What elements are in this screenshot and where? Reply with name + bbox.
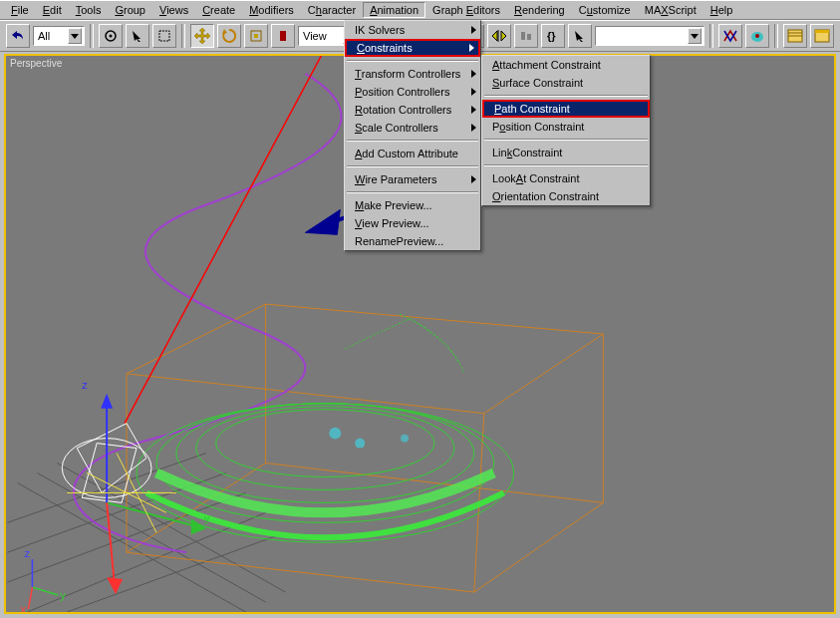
manipulate-button[interactable]	[271, 24, 295, 48]
dropdown-arrow-icon[interactable]	[68, 28, 82, 44]
menu-separator	[347, 165, 478, 167]
svg-rect-2	[159, 31, 169, 41]
svg-point-27	[156, 404, 494, 523]
menu-separator	[347, 140, 478, 142]
toolbar-separator	[181, 24, 185, 48]
svg-text:{}: {}	[547, 30, 556, 42]
submenu-arrow-icon	[471, 70, 476, 78]
menu-create[interactable]: Create	[195, 2, 242, 18]
constraints-submenu[interactable]: Attachment ConstraintSurface ConstraintP…	[481, 55, 651, 206]
submenu-arrow-icon	[469, 44, 474, 52]
anim-item-scale-controllers[interactable]: Scale Controllers	[345, 119, 480, 137]
toolbar-separator	[709, 24, 713, 48]
menu-file[interactable]: File	[4, 2, 36, 18]
constraint-item-lookat-constraint[interactable]: LookAt Constraint	[482, 169, 650, 187]
menu-views[interactable]: Views	[152, 2, 195, 18]
menu-customize[interactable]: Customize	[572, 2, 638, 18]
svg-point-32	[355, 439, 365, 449]
svg-point-31	[329, 428, 341, 440]
submenu-arrow-icon	[471, 175, 476, 183]
constraint-item-link-constraint[interactable]: Link Constraint	[482, 144, 650, 161]
selection-filter-combo[interactable]: All	[33, 26, 85, 46]
svg-text:y: y	[204, 512, 210, 524]
undo-button[interactable]	[6, 24, 30, 48]
anim-item-position-controllers[interactable]: Position Controllers	[345, 83, 480, 101]
menu-help[interactable]: Help	[703, 2, 740, 18]
svg-point-30	[216, 410, 434, 477]
anim-item-add-custom-attribute[interactable]: Add Custom Attribute	[345, 145, 480, 162]
anim-item-rename-preview-[interactable]: Rename Preview...	[345, 232, 480, 250]
svg-point-12	[755, 34, 759, 38]
anim-item-transform-controllers[interactable]: Transform Controllers	[345, 65, 480, 83]
toolbar-right: {}	[433, 24, 834, 48]
align-button[interactable]	[514, 24, 538, 48]
menu-separator	[484, 139, 648, 141]
select-by-name-button[interactable]	[126, 24, 149, 48]
constraint-item-surface-constraint[interactable]: Surface Constraint	[482, 74, 650, 92]
animation-menu[interactable]: IK SolversConstraintsTransform Controlle…	[344, 20, 481, 251]
anim-item-rotation-controllers[interactable]: Rotation Controllers	[345, 101, 480, 119]
svg-rect-9	[527, 34, 531, 40]
select-object-button[interactable]	[99, 24, 123, 48]
svg-rect-8	[521, 32, 525, 40]
svg-line-44	[28, 587, 32, 609]
anim-item-constraints[interactable]: Constraints	[345, 39, 480, 57]
menu-tools[interactable]: Tools	[69, 2, 109, 18]
svg-line-25	[67, 532, 285, 612]
submenu-arrow-icon	[471, 106, 476, 114]
toolbar-separator	[90, 24, 94, 48]
menu-separator	[347, 191, 478, 193]
select-region-button[interactable]	[152, 24, 176, 48]
menu-separator	[484, 95, 648, 97]
svg-rect-5	[280, 31, 286, 41]
submenu-arrow-icon	[471, 124, 476, 132]
menu-separator	[484, 164, 648, 166]
selection-filter-value: All	[38, 30, 50, 42]
rotate-button[interactable]	[217, 24, 241, 48]
move-button[interactable]	[190, 24, 214, 48]
menu-animation[interactable]: Animation	[363, 2, 425, 18]
schematic-button[interactable]	[783, 24, 807, 48]
array-button[interactable]: {}	[541, 24, 565, 48]
menu-edit[interactable]: Edit	[36, 2, 69, 18]
menu-graph-editors[interactable]: Graph Editors	[425, 2, 507, 18]
menu-character[interactable]: Character	[301, 2, 363, 18]
constraint-item-path-constraint[interactable]: Path Constraint	[482, 100, 650, 118]
constraint-item-orientation-constraint[interactable]: Orientation Constraint	[482, 187, 650, 205]
submenu-arrow-icon	[471, 26, 476, 34]
layer-button[interactable]	[810, 24, 834, 48]
svg-rect-17	[815, 30, 829, 33]
menubar: FileEditToolsGroupViewsCreateModifiersCh…	[0, 0, 840, 20]
constraint-item-position-constraint[interactable]: Position Constraint	[482, 118, 650, 136]
toolbar-separator	[774, 24, 778, 48]
svg-text:z: z	[24, 547, 30, 559]
menu-modifiers[interactable]: Modifiers	[242, 2, 301, 18]
mirror-button[interactable]	[487, 24, 511, 48]
menu-group[interactable]: Group	[108, 2, 152, 18]
named-sel-combo[interactable]	[595, 26, 704, 46]
menu-separator	[347, 60, 478, 62]
svg-point-1	[110, 35, 113, 38]
svg-text:y: y	[60, 589, 66, 601]
named-sel-button[interactable]	[568, 24, 592, 48]
anim-item-view-preview-[interactable]: View Preview...	[345, 214, 480, 232]
constraint-item-attachment-constraint[interactable]: Attachment Constraint	[482, 56, 650, 74]
submenu-arrow-icon	[471, 88, 476, 96]
scale-button[interactable]	[244, 24, 268, 48]
menu-maxscript[interactable]: MAXScript	[638, 2, 703, 18]
menu-rendering[interactable]: Rendering	[507, 2, 572, 18]
anim-item-make-preview-[interactable]: Make Preview...	[345, 196, 480, 214]
svg-line-42	[32, 587, 58, 595]
anim-item-ik-solvers[interactable]: IK Solvers	[345, 21, 480, 39]
svg-rect-4	[254, 34, 258, 38]
svg-text:x: x	[20, 603, 26, 612]
render-scene-button[interactable]	[745, 24, 769, 48]
dropdown-arrow-icon[interactable]	[688, 28, 701, 44]
keyframe-button[interactable]	[718, 24, 742, 48]
svg-text:z: z	[82, 379, 88, 391]
ref-coord-value: View	[303, 30, 327, 42]
anim-item-wire-parameters[interactable]: Wire Parameters	[345, 170, 480, 188]
svg-point-33	[401, 435, 409, 443]
